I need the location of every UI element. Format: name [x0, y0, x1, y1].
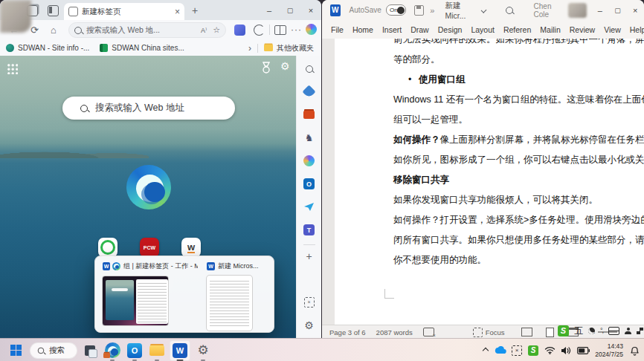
- apps-waffle-icon[interactable]: [7, 63, 18, 74]
- taskbar-search[interactable]: 搜索: [30, 342, 77, 359]
- word-title-bar: W AutoSave On » 新建 Micr... Chen Cole – ▢…: [322, 0, 644, 20]
- tray-volume[interactable]: [558, 341, 574, 360]
- tab-draw[interactable]: Draw: [406, 25, 434, 34]
- ntp-search-box[interactable]: 搜索或输入 Web 地址: [62, 97, 235, 120]
- proofing-icon[interactable]: ×: [423, 328, 434, 336]
- document-title[interactable]: 新建 Micr...: [445, 1, 477, 20]
- taskbar-settings[interactable]: ⚙: [193, 341, 213, 360]
- minimize-icon[interactable]: –: [591, 6, 609, 15]
- browser-essentials-icon[interactable]: [254, 25, 265, 36]
- taskbar-explorer[interactable]: [147, 341, 167, 360]
- sidebar-teams[interactable]: T: [297, 218, 321, 241]
- close-icon[interactable]: ×: [626, 6, 644, 15]
- autosave-label: AutoSave: [350, 6, 381, 14]
- sidebar-shopping[interactable]: [297, 80, 321, 103]
- tray-battery[interactable]: [574, 341, 592, 360]
- tab-references[interactable]: Referen: [499, 25, 535, 34]
- task-view-button[interactable]: [80, 341, 100, 360]
- favorite-star-icon[interactable]: ☆: [213, 25, 220, 35]
- search-icon[interactable]: [506, 7, 513, 14]
- tray-overflow[interactable]: [479, 341, 492, 360]
- quick-access-more-icon[interactable]: »: [430, 6, 434, 15]
- tab-view[interactable]: View: [599, 25, 625, 34]
- tab-new-tab-page[interactable]: 新建标签页 ×: [64, 3, 184, 20]
- autosave-toggle[interactable]: On: [386, 4, 406, 16]
- preview-group-header[interactable]: W 组 | 新建标签页 - 工作 - M...: [103, 261, 198, 271]
- tab-file[interactable]: File: [326, 25, 348, 34]
- sidebar-games[interactable]: ♞: [297, 126, 321, 149]
- sidebar-copilot[interactable]: [297, 149, 321, 172]
- page-settings-gear-icon[interactable]: ⚙: [280, 60, 290, 72]
- taskbar-word-active[interactable]: W: [170, 340, 190, 361]
- maximize-icon[interactable]: ▢: [609, 7, 627, 14]
- tab-close-icon[interactable]: ×: [175, 7, 180, 16]
- tray-onedrive[interactable]: [492, 341, 509, 360]
- tray-sogou[interactable]: S: [525, 341, 541, 360]
- bookmark-item[interactable]: SDWAN China sites...: [100, 44, 184, 52]
- user-name[interactable]: Chen Cole: [534, 2, 564, 19]
- tab-actions-icon[interactable]: [48, 5, 59, 16]
- copilot-icon[interactable]: [306, 24, 317, 35]
- word-ribbon-tabs: File Home Insert Draw Design Layout Refe…: [322, 20, 644, 39]
- sogou-logo-icon[interactable]: S: [558, 325, 569, 336]
- tab-review[interactable]: Review: [565, 25, 599, 34]
- taskbar-edge[interactable]: [103, 341, 122, 360]
- home-icon[interactable]: ⌂: [51, 25, 57, 35]
- ime-mode-label[interactable]: 五: [574, 325, 583, 337]
- preview-doc-header[interactable]: W 新建 Micros...: [207, 261, 268, 271]
- taskbar-outlook[interactable]: O: [125, 341, 144, 360]
- sidebar-outlook[interactable]: O: [297, 172, 321, 195]
- preview-thumbnail-doc[interactable]: [207, 276, 252, 331]
- refresh-icon[interactable]: ⟳: [30, 25, 39, 35]
- title-dropdown-icon[interactable]: [481, 7, 487, 13]
- tab-help[interactable]: Help: [625, 25, 644, 34]
- keyboard-icon[interactable]: [608, 327, 619, 335]
- new-tab-icon[interactable]: +: [192, 5, 198, 16]
- word-count[interactable]: 2087 words: [376, 328, 413, 336]
- sidebar-tools[interactable]: [297, 103, 321, 126]
- tray-ime-passthrough[interactable]: ×: [509, 341, 525, 360]
- address-bar[interactable]: 搜索或输入 Web 地... A⁾ ☆: [68, 22, 226, 38]
- sidebar-add[interactable]: +: [297, 248, 321, 264]
- sidebar-settings[interactable]: ⚙: [297, 313, 321, 336]
- read-aloud-icon[interactable]: A⁾: [201, 27, 207, 34]
- extension-icon[interactable]: [234, 25, 245, 36]
- tab-home[interactable]: Home: [348, 25, 378, 34]
- close-icon[interactable]: ×: [300, 6, 321, 15]
- menu-grid-icon[interactable]: [637, 328, 643, 334]
- tray-notifications[interactable]: [626, 341, 643, 360]
- sidebar-search[interactable]: [297, 57, 321, 80]
- page-indicator[interactable]: Page 3 of 6: [329, 328, 366, 336]
- save-icon[interactable]: [414, 5, 424, 16]
- skin-person-icon[interactable]: [625, 328, 631, 334]
- read-mode-icon[interactable]: [521, 328, 532, 336]
- shortcut-green-app[interactable]: [98, 238, 117, 257]
- minimize-icon[interactable]: –: [259, 6, 280, 15]
- sidebar-messenger[interactable]: [297, 195, 321, 218]
- print-layout-icon[interactable]: [546, 328, 554, 337]
- tray-wifi[interactable]: [541, 341, 558, 360]
- punctuation-icon[interactable]: °,: [600, 327, 603, 334]
- other-favorites[interactable]: 其他收藏夹: [264, 43, 314, 53]
- sidebar-screenshot[interactable]: ×: [297, 290, 321, 313]
- moon-icon[interactable]: [587, 326, 596, 336]
- bookmarks-overflow-icon[interactable]: ›: [248, 43, 251, 53]
- settings-menu-icon[interactable]: ···: [291, 25, 302, 34]
- focus-label[interactable]: Focus: [486, 328, 505, 336]
- start-button[interactable]: [6, 341, 25, 360]
- edge-window-controls: – ▢ ×: [259, 0, 321, 20]
- tab-insert[interactable]: Insert: [378, 25, 406, 34]
- maximize-icon[interactable]: ▢: [280, 7, 300, 14]
- word-document-area[interactable]: 前无法实现同样的效果。如果你将程序拖到其中一个角落，屏幕将被分成相 等的部分。 …: [322, 39, 644, 325]
- preview-thumbnail-group[interactable]: [102, 276, 169, 326]
- tab-mailings[interactable]: Mailin: [535, 25, 564, 34]
- chess-icon: ♞: [305, 132, 314, 143]
- split-screen-icon[interactable]: [274, 25, 286, 35]
- rewards-medal-icon[interactable]: [260, 62, 272, 74]
- tab-layout[interactable]: Layout: [466, 25, 499, 34]
- shortcut-pcw[interactable]: PCW: [140, 238, 159, 257]
- bookmark-item[interactable]: SDWAN - Site info -...: [6, 44, 89, 52]
- tray-clock[interactable]: 14:43 2024/7/25: [595, 342, 623, 358]
- shortcut-w-app[interactable]: w: [181, 238, 201, 257]
- tab-design[interactable]: Design: [434, 25, 467, 34]
